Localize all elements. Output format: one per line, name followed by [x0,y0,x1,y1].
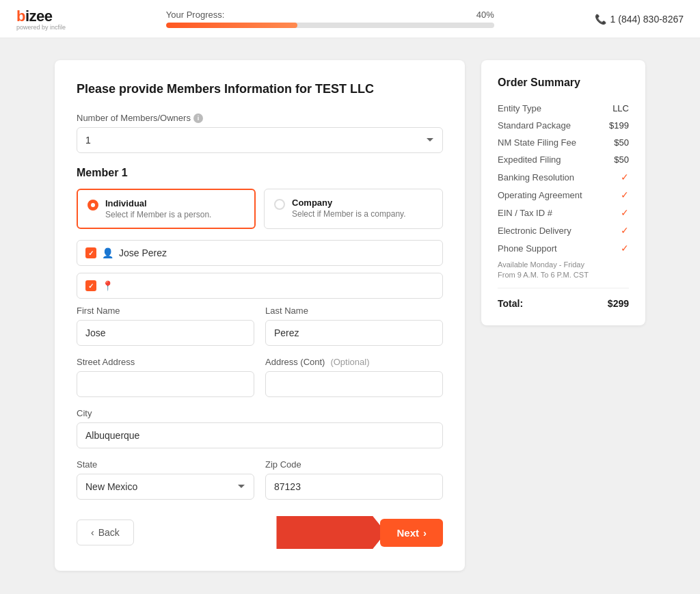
street-label: Street Address [77,357,254,367]
member-location-row[interactable]: 📍 [77,273,443,299]
progress-fill [166,23,297,28]
order-package-row: Standard Package $199 [498,117,629,134]
header: bizee powered by incfile Your Progress: … [0,0,700,38]
street-address-field: Street Address [77,357,254,397]
zip-label: Zip Code [265,459,443,470]
individual-option[interactable]: Individual Select if Member is a person. [77,189,256,229]
logo-area: bizee powered by incfile [16,8,66,31]
person-icon: 👤 [102,247,113,258]
total-value: $299 [608,298,629,309]
phone-support-label: Phone Support [498,243,557,254]
member-checkbox-1[interactable] [85,247,96,258]
progress-label-text: Your Progress: [166,10,225,20]
order-total-row: Total: $299 [498,295,629,309]
entity-value: LLC [612,103,629,113]
zip-field: Zip Code [265,459,443,500]
progress-area: Your Progress: 40% [166,10,494,28]
back-button[interactable]: ‹ Back [77,519,134,545]
first-name-field: First Name [77,306,254,346]
entity-label: Entity Type [498,103,541,113]
state-select[interactable]: New Mexico [77,474,254,500]
location-icon: 📍 [102,280,113,291]
address-row: Street Address Address (Cont) (Optional) [77,357,443,397]
state-zip-row: State New Mexico Zip Code [77,459,443,500]
state-label: State [77,459,254,470]
phone-support-check: ✓ [621,243,629,254]
address-cont-field: Address (Cont) (Optional) [265,357,443,397]
info-icon[interactable]: i [193,113,203,123]
order-banking-row: Banking Resolution ✓ [498,168,629,186]
next-button[interactable]: Next › [380,519,443,547]
package-label: Standard Package [498,120,571,131]
company-radio [274,199,285,210]
next-area: ➜ Next › [276,516,443,549]
street-address-input[interactable] [77,371,254,397]
logo: bizee [16,8,53,25]
order-summary-card: Order Summary Entity Type LLC Standard P… [481,60,645,325]
package-value: $199 [609,120,629,131]
member-checkbox-2[interactable] [85,280,96,291]
phone-area[interactable]: 📞 1 (844) 830-8267 [595,14,684,25]
progress-percent: 40% [476,10,494,20]
phone-number: 1 (844) 830-8267 [610,14,684,25]
main-content: Please provide Members Information for T… [0,38,700,593]
last-name-field: Last Name [265,306,443,346]
order-delivery-row: Electronic Delivery ✓ [498,221,629,239]
nav-buttons: ‹ Back ➜ Next › [77,516,443,549]
members-label: Number of Members/Owners i [77,113,443,123]
delivery-check: ✓ [621,225,629,236]
delivery-label: Electronic Delivery [498,226,571,236]
expedited-label: Expedited Filing [498,154,561,165]
name-row: First Name Last Name [77,306,443,346]
total-label: Total: [498,298,523,309]
address-cont-input[interactable] [265,371,443,397]
form-title: Please provide Members Information for T… [77,82,443,96]
filing-value: $50 [614,137,629,148]
company-label: Company [292,198,406,208]
individual-sub: Select if Member is a person. [105,210,211,219]
last-name-label: Last Name [265,306,443,316]
expedited-value: $50 [614,154,629,165]
next-chevron: › [423,527,427,539]
first-name-label: First Name [77,306,254,316]
company-sub: Select if Member is a company. [292,209,406,219]
ein-check: ✓ [621,207,629,218]
order-entity-row: Entity Type LLC [498,100,629,117]
filing-label: NM State Filing Fee [498,137,576,148]
city-input[interactable] [77,422,443,448]
banking-label: Banking Resolution [498,172,574,183]
back-chevron: ‹ [91,527,94,538]
member-name-row[interactable]: 👤 Jose Perez [77,240,443,266]
member-name-text: Jose Perez [119,247,167,258]
form-card: Please provide Members Information for T… [55,60,465,571]
last-name-input[interactable] [265,320,443,346]
city-label: City [77,408,443,418]
banking-check: ✓ [621,172,629,183]
logo-sub: powered by incfile [16,24,66,31]
members-count-field: Number of Members/Owners i 1 [77,113,443,153]
member-section-title: Member 1 [77,167,443,179]
arrow-decoration: ➜ [276,516,386,549]
member-type-row: Individual Select if Member is a person.… [77,189,443,229]
phone-icon: 📞 [595,14,606,25]
operating-check: ✓ [621,189,629,200]
individual-radio [88,200,98,211]
zip-input[interactable] [265,474,443,500]
order-phone-row: Phone Support ✓ [498,239,629,257]
order-expedited-row: Expedited Filing $50 [498,151,629,168]
city-field: City [77,408,443,448]
members-count-select[interactable]: 1 [77,127,443,153]
order-operating-row: Operating Agreement ✓ [498,186,629,204]
first-name-input[interactable] [77,320,254,346]
order-ein-row: EIN / Tax ID # ✓ [498,204,629,221]
address-cont-label: Address (Cont) (Optional) [265,357,443,367]
operating-label: Operating Agreement [498,190,582,200]
company-option[interactable]: Company Select if Member is a company. [264,189,443,229]
order-title: Order Summary [498,77,629,89]
progress-bar [166,23,494,28]
order-filing-row: NM State Filing Fee $50 [498,134,629,151]
state-field: State New Mexico [77,459,254,500]
phone-support-note: Available Monday - FridayFrom 9 A.M. To … [498,260,629,281]
individual-label: Individual [105,198,211,208]
ein-label: EIN / Tax ID # [498,208,552,218]
